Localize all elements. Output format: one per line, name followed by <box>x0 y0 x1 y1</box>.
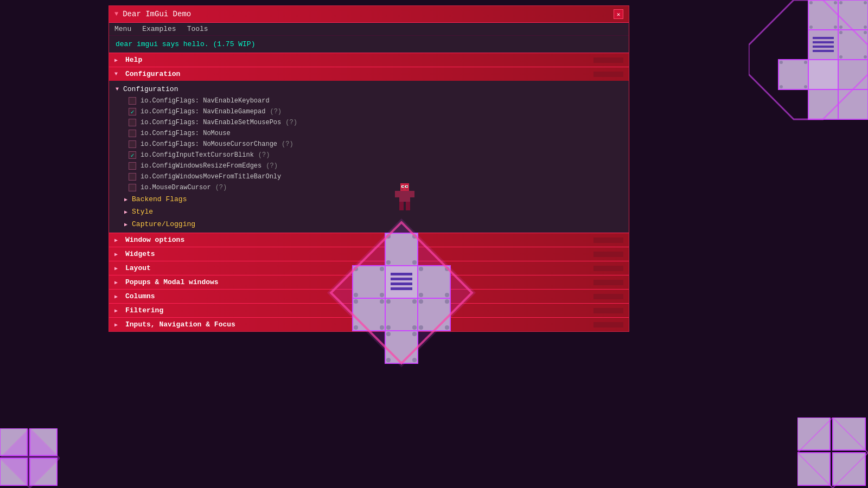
svg-point-79 <box>386 299 391 304</box>
svg-point-86 <box>419 325 423 330</box>
svg-rect-30 <box>797 418 830 450</box>
checkbox-row-nav-mousepos: io.ConfigFlags: NavEnableSetMousePos (?) <box>109 117 629 128</box>
svg-point-80 <box>412 299 417 304</box>
backend-flags-label: Backend Flags <box>132 195 187 203</box>
section-filtering-label: Filtering <box>125 306 163 314</box>
svg-rect-21 <box>808 60 838 89</box>
section-columns-label: Columns <box>125 292 155 300</box>
svg-point-90 <box>412 332 417 336</box>
svg-rect-51 <box>406 202 410 210</box>
checkbox-cursor-blink-label: io.ConfigInputTextCursorBlink <box>141 151 254 159</box>
checkbox-nav-mousepos-label: io.ConfigFlags: NavEnableSetMousePos <box>141 119 281 126</box>
popups-arrow-icon: ▶ <box>114 279 121 286</box>
svg-point-76 <box>354 325 358 330</box>
checkbox-row-nomousecursor: io.ConfigFlags: NoMouseCursorChange (?) <box>109 139 629 150</box>
checkbox-nomousecursor[interactable] <box>129 140 136 148</box>
svg-rect-45 <box>401 189 403 190</box>
menu-item-menu[interactable]: Menu <box>114 25 131 33</box>
svg-point-19 <box>864 55 867 59</box>
checkbox-draw-cursor-label: io.MouseDrawCursor <box>141 184 211 191</box>
svg-rect-58 <box>353 266 385 298</box>
corner-decoration-bl <box>0 428 60 488</box>
window-title: Dear ImGui Demo <box>123 10 191 18</box>
svg-point-26 <box>804 85 807 88</box>
filtering-arrow-icon: ▶ <box>114 307 121 314</box>
section-layout-label: Layout <box>125 264 151 272</box>
svg-point-82 <box>412 325 417 330</box>
checkbox-nomouse-label: io.ConfigFlags: NoMouse <box>141 130 231 137</box>
corner-decoration-br <box>797 418 868 488</box>
svg-point-92 <box>412 358 417 362</box>
checkbox-nav-mousepos[interactable] <box>129 119 136 126</box>
checkbox-row-nav-keyboard: io.ConfigFlags: NavEnableKeyboard <box>109 95 629 106</box>
checkbox-move-titlebar[interactable] <box>129 173 136 181</box>
svg-point-71 <box>419 293 423 297</box>
backend-arrow-icon: ▶ <box>124 196 127 203</box>
svg-rect-28 <box>838 89 868 119</box>
style-arrow-icon: ▶ <box>124 209 127 215</box>
svg-point-75 <box>380 299 384 304</box>
subsection-configuration-label: Configuration <box>123 85 178 93</box>
checkbox-nav-keyboard[interactable] <box>129 97 136 105</box>
svg-rect-15 <box>838 30 868 60</box>
checkbox-draw-cursor[interactable] <box>129 184 136 191</box>
svg-point-8 <box>839 25 843 29</box>
subsection-configuration[interactable]: ▼ Configuration <box>109 83 629 95</box>
checkbox-cursor-blink-hint: (?) <box>258 151 270 159</box>
capture-logging-label: Capture/Logging <box>132 220 195 228</box>
svg-point-77 <box>380 325 384 330</box>
svg-rect-0 <box>808 0 838 30</box>
section-configuration[interactable]: ▼ Configuration <box>109 67 629 81</box>
style-label: Style <box>132 208 153 216</box>
svg-rect-49 <box>410 191 414 197</box>
capture-arrow-icon: ▶ <box>124 221 127 228</box>
svg-rect-50 <box>399 202 404 210</box>
svg-rect-33 <box>833 453 865 485</box>
window-options-arrow-icon: ▶ <box>114 237 121 243</box>
title-triangle-icon: ▼ <box>114 10 118 18</box>
character-sprite <box>391 183 418 216</box>
subsection-backend-flags[interactable]: ▶ Backend Flags <box>109 193 629 206</box>
subsection-style[interactable]: ▶ Style <box>109 206 629 218</box>
svg-rect-13 <box>813 46 834 48</box>
svg-point-25 <box>780 85 783 88</box>
svg-rect-65 <box>391 278 412 280</box>
svg-point-62 <box>380 293 384 297</box>
menu-bar: Menu Examples Tools <box>109 23 629 36</box>
checkbox-nav-gamepad[interactable]: ✓ <box>129 108 136 115</box>
close-button[interactable]: ✕ <box>614 9 623 19</box>
inputs-arrow-icon: ▶ <box>114 322 121 328</box>
checkbox-move-titlebar-label: io.ConfigWindowsMoveFromTitleBarOnly <box>141 173 281 181</box>
section-help[interactable]: ▶ Help <box>109 53 629 67</box>
svg-rect-67 <box>391 287 412 290</box>
svg-point-24 <box>804 61 807 64</box>
svg-rect-78 <box>385 298 418 331</box>
checkbox-nomouse[interactable] <box>129 130 136 137</box>
checkbox-resize-edges[interactable] <box>129 162 136 170</box>
configuration-content: ▼ Configuration io.ConfigFlags: NavEnabl… <box>109 81 629 233</box>
checkbox-row-move-titlebar: io.ConfigWindowsMoveFromTitleBarOnly <box>109 171 629 182</box>
svg-point-56 <box>386 260 391 265</box>
config-arrow-icon: ▼ <box>114 71 121 77</box>
svg-point-69 <box>419 267 423 271</box>
checkbox-cursor-blink[interactable]: ✓ <box>129 151 136 159</box>
checkbox-nav-gamepad-label: io.ConfigFlags: NavEnableGamepad <box>141 108 265 115</box>
svg-point-74 <box>354 299 358 304</box>
checkbox-nomousecursor-hint: (?) <box>282 140 293 148</box>
svg-rect-27 <box>808 89 838 119</box>
diamond-decoration <box>326 217 477 369</box>
checkmark-blink-icon: ✓ <box>131 152 135 159</box>
checkmark-icon: ✓ <box>131 108 135 115</box>
section-widgets-label: Widgets <box>125 250 155 258</box>
svg-rect-46 <box>406 189 407 190</box>
checkbox-nav-mousepos-hint: (?) <box>285 119 297 126</box>
menu-item-examples[interactable]: Examples <box>142 25 176 33</box>
section-configuration-label: Configuration <box>125 70 180 78</box>
svg-rect-22 <box>838 60 868 89</box>
menu-item-tools[interactable]: Tools <box>187 25 208 33</box>
checkbox-nav-gamepad-hint: (?) <box>270 108 282 115</box>
svg-point-84 <box>419 299 423 304</box>
checkbox-row-resize-edges: io.ConfigWindowsResizeFromEdges (?) <box>109 160 629 171</box>
checkbox-row-draw-cursor: io.MouseDrawCursor (?) <box>109 182 629 193</box>
svg-rect-88 <box>385 331 418 363</box>
